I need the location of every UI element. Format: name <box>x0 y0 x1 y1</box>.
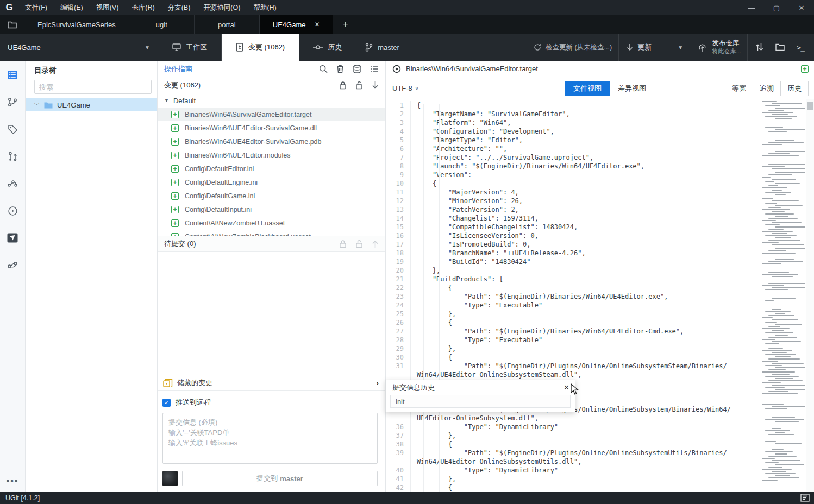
changed-file-row[interactable]: + Config\DefaultGame.ini <box>158 189 385 203</box>
changes-panel: 操作指南 变更 (1062) ▼ Default <box>158 61 386 492</box>
menu-item[interactable]: 视图(V) <box>90 0 126 15</box>
repo-tab[interactable]: ugit ✕ <box>129 15 195 34</box>
repo-tab-bar: EpicSurvivalGameSeries ✕ ugit ✕ portal ✕… <box>0 15 814 34</box>
more-options-button[interactable]: ••• <box>7 476 19 486</box>
terminal-icon[interactable]: >_ <box>797 43 804 52</box>
chevron-right-icon[interactable]: › <box>376 379 379 387</box>
changed-file-row[interactable]: + Config\DefaultEngine.ini <box>158 175 385 189</box>
viewer-action-button[interactable]: 等宽 <box>725 81 753 96</box>
code-line: 8 "Launch": "$(EngineDir)/Binaries/Win64… <box>386 162 814 171</box>
changed-file-row[interactable]: + Binaries\Win64\UE4Editor.modules <box>158 148 385 162</box>
workspace-list-icon[interactable] <box>5 67 20 83</box>
issue-icon[interactable] <box>5 203 20 218</box>
lock-icon[interactable] <box>339 81 347 90</box>
pull-request-icon[interactable] <box>5 149 20 164</box>
repo-tab[interactable]: UE4Game ✕ <box>260 15 333 34</box>
search-icon[interactable] <box>319 65 328 73</box>
line-text: }, <box>411 475 456 483</box>
view-mode-button[interactable]: 差异视图 <box>610 81 654 96</box>
triangle-down-icon[interactable]: ▼ <box>164 98 169 103</box>
change-group-default[interactable]: ▼ Default <box>158 93 385 108</box>
viewer-action-button[interactable]: 历史 <box>781 81 809 96</box>
viewer-action-button[interactable]: 追溯 <box>753 81 781 96</box>
open-repo-folder-icon[interactable] <box>0 15 24 34</box>
commit-icon <box>313 45 323 50</box>
view-mode-button[interactable]: 文件视图 <box>565 81 610 96</box>
eye-icon <box>392 65 401 73</box>
code-area[interactable]: 1 { 2 "TargetName": "SurvivalGameEditor"… <box>386 99 814 492</box>
code-line: 30 { <box>386 353 814 362</box>
folder-icon <box>44 102 53 109</box>
stashed-changes-row[interactable]: 储藏的变更 › <box>158 375 385 391</box>
close-popup-icon[interactable]: ✕ <box>563 383 569 392</box>
menu-item[interactable]: 仓库(R) <box>125 0 161 15</box>
repo-tab[interactable]: EpicSurvivalGameSeries ✕ <box>24 15 129 34</box>
changed-file-row[interactable]: + Content\AI\NewZombieBT.uasset <box>158 216 385 230</box>
repo-tab[interactable]: portal ✕ <box>195 15 260 34</box>
operation-guide-link[interactable]: 操作指南 <box>164 64 192 74</box>
minimap[interactable] <box>760 101 805 492</box>
check-update-button[interactable]: 检查更新 (从未检查...) <box>527 34 618 61</box>
pipeline-icon[interactable] <box>5 257 20 273</box>
tree-search-input[interactable] <box>34 80 152 94</box>
folder-icon[interactable] <box>775 43 785 51</box>
code-line: 5 "TargetType": "Editor", <box>386 136 814 144</box>
line-text: "Platform": "Win64", <box>411 118 511 127</box>
menu-item[interactable]: 编辑(E) <box>54 0 90 15</box>
encoding-selector[interactable]: UTF-8 ∨ <box>390 84 421 92</box>
changes-tab[interactable]: 变更 (1062) <box>222 34 299 61</box>
ugit-window: G 文件(F)编辑(E)视图(V)仓库(R)分支(B)开源协同(O)帮助(H) … <box>0 0 814 504</box>
close-tab-icon[interactable]: ✕ <box>314 21 320 28</box>
move-down-icon[interactable] <box>372 81 379 89</box>
minimize-button[interactable]: — <box>739 0 764 15</box>
tree-panel-title: 目录树 <box>26 61 157 79</box>
move-up-icon[interactable] <box>372 240 379 248</box>
close-button[interactable]: ✕ <box>789 0 814 15</box>
code-line: Win64/UE4Editor-OnlineSubsystemSteam.dll… <box>386 370 814 379</box>
push-to-remote-checkbox[interactable]: ✓ <box>162 399 171 407</box>
line-text: }, <box>411 344 456 353</box>
chevron-down-icon[interactable]: ﹀ <box>34 101 40 109</box>
menu-item[interactable]: 文件(F) <box>18 0 54 15</box>
repo-selector[interactable]: UE4Game ▼ <box>0 34 158 61</box>
commit-message-input[interactable] <box>162 413 378 464</box>
history-tab[interactable]: 历史 <box>299 34 356 61</box>
trash-icon[interactable] <box>336 65 344 73</box>
menu-item[interactable]: 开源协同(O) <box>197 0 247 15</box>
commit-button[interactable]: 提交到 master <box>182 471 378 486</box>
changed-file-row[interactable]: + Binaries\Win64\SurvivalGameEditor.targ… <box>158 108 385 121</box>
update-button[interactable]: 更新 ▼ <box>619 34 691 61</box>
changed-file-row[interactable]: + Binaries\Win64\UE4Editor-SurvivalGame.… <box>158 121 385 135</box>
workspace-tab[interactable]: 工作区 <box>158 34 221 61</box>
tag-icon[interactable] <box>5 122 20 137</box>
chevron-down-icon[interactable]: ▼ <box>678 45 683 51</box>
log-panel-icon[interactable] <box>800 494 810 502</box>
unlock-icon[interactable] <box>355 81 363 90</box>
line-number: 29 <box>386 344 411 353</box>
branch-icon[interactable] <box>5 94 20 110</box>
maximize-button[interactable]: ▢ <box>764 0 789 15</box>
changed-file-row[interactable]: + Config\DefaultInput.ini <box>158 203 385 216</box>
new-repo-tab-button[interactable]: + <box>333 15 358 34</box>
menu-item[interactable]: 分支(B) <box>161 0 197 15</box>
branch-selector[interactable]: master <box>356 34 481 61</box>
publish-repo-button[interactable]: 发布仓库 将此仓库... <box>691 34 747 61</box>
tree-root-item[interactable]: ﹀ UE4Game <box>26 98 157 111</box>
vertical-scrollbar[interactable] <box>806 99 814 492</box>
stash-database-icon[interactable] <box>353 65 361 73</box>
sync-icon[interactable] <box>755 43 763 52</box>
line-text: "Path": "$(EngineDir)/Binaries/Win64/UE4… <box>411 327 684 336</box>
list-view-icon[interactable] <box>370 65 379 73</box>
merge-request-icon[interactable] <box>5 176 20 191</box>
menu-item[interactable]: 帮助(H) <box>247 0 283 15</box>
changed-file-row[interactable]: + Content\AI\NewZombieBlackboard.uasset <box>158 230 385 236</box>
tapd-icon[interactable] <box>5 230 20 245</box>
unlock-icon[interactable] <box>355 240 363 248</box>
history-message-item[interactable]: init <box>390 395 571 408</box>
changed-file-row[interactable]: + Config\DefaultEditor.ini <box>158 162 385 175</box>
line-number: 42 <box>386 483 411 492</box>
user-avatar[interactable] <box>162 471 178 486</box>
changed-file-row[interactable]: + Binaries\Win64\UE4Editor-SurvivalGame.… <box>158 135 385 148</box>
lock-icon[interactable] <box>339 240 347 248</box>
scrollbar-thumb[interactable] <box>807 102 813 110</box>
